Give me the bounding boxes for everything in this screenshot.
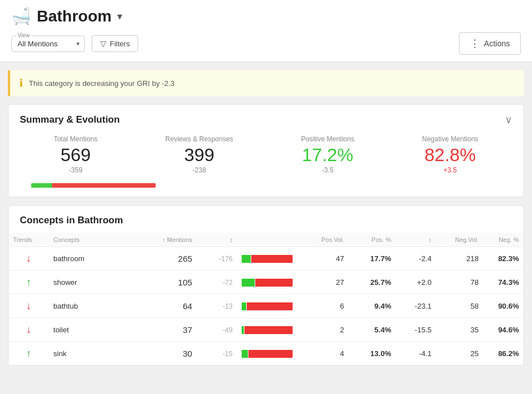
mini-bar-red (255, 279, 293, 287)
title-dropdown-arrow[interactable]: ▾ (117, 10, 122, 23)
mini-bar (242, 350, 293, 358)
mini-bar-green (242, 255, 251, 263)
cell-bar (237, 318, 308, 342)
cell-pos-pct: 25.7% (349, 271, 396, 295)
stat-delta-negative: +3.5 (444, 166, 457, 174)
cell-pos-vol: 27 (308, 271, 349, 295)
mini-bar-green (242, 326, 244, 334)
col-header-sort2[interactable]: ↕ (396, 233, 436, 247)
cell-pos-pct: 17.7% (349, 247, 396, 271)
cell-mentions: 30 (143, 342, 197, 366)
cell-pos-vol: 2 (308, 318, 349, 342)
mini-bar-green (242, 279, 255, 287)
cell-neg-pct: 86.2% (483, 342, 524, 366)
cell-trend: ↓ (8, 247, 49, 271)
cell-neg-pct: 82.3% (483, 247, 524, 271)
summary-collapse-icon[interactable]: ∨ (505, 114, 512, 126)
stat-value-reviews: 399 (184, 145, 214, 165)
page-title: Bathroom (37, 7, 111, 25)
cell-concept-name: bathtub (49, 295, 143, 318)
cell-concept-name: sink (49, 342, 143, 366)
cell-delta1: -15 (197, 342, 237, 366)
cell-concept-name: shower (49, 271, 143, 295)
trend-down-icon: ↓ (26, 324, 31, 335)
mini-bar-red (244, 326, 293, 334)
filter-button[interactable]: ▽ Filters (92, 35, 138, 52)
cell-pos-pct: 5.4% (349, 318, 396, 342)
cell-concept-name: bathroom (49, 247, 143, 271)
cell-mentions: 105 (143, 271, 197, 295)
mini-bar-red (248, 350, 292, 358)
cell-mentions: 265 (143, 247, 197, 271)
cell-delta2: -15.5 (396, 318, 436, 342)
mini-bar (242, 255, 293, 263)
stat-label-reviews: Reviews & Responses (165, 135, 233, 143)
cell-neg-pct: 94.6% (483, 318, 524, 342)
col-header-mentions[interactable]: ↑ Mentions (143, 233, 197, 247)
cell-pos-vol: 47 (308, 247, 349, 271)
mini-bar-green (242, 350, 248, 358)
view-chevron-icon: ▾ (76, 40, 80, 47)
cell-delta1: -176 (197, 247, 237, 271)
stat-label-total: Total Mentions (54, 135, 97, 143)
cell-mentions: 64 (143, 295, 197, 318)
table-row: ↑ sink 30 -15 4 13.0% -4.1 25 86.2% (8, 342, 524, 366)
concepts-table: Trends Concepts ↑ Mentions ↕ Pos.Vol. Po… (8, 233, 524, 365)
cell-neg-vol: 58 (436, 295, 483, 318)
view-select-text: All Mentions (18, 40, 58, 48)
stat-delta-positive: -3.5 (322, 166, 334, 174)
summary-progress-bar (31, 183, 156, 188)
cell-trend: ↑ (8, 271, 49, 295)
bathroom-icon: 🛁 (11, 7, 31, 25)
stat-label-negative: Negative Mentions (422, 135, 478, 143)
cell-delta1: -49 (197, 318, 237, 342)
alert-text: This category is decreasing your GRI by … (29, 79, 174, 88)
cell-bar (237, 295, 308, 318)
cell-neg-vol: 35 (436, 318, 483, 342)
cell-pos-vol: 6 (308, 295, 349, 318)
cell-bar (237, 247, 308, 271)
cell-delta1: -13 (197, 295, 237, 318)
stat-value-total: 569 (61, 145, 91, 165)
view-select[interactable]: View All Mentions ▾ (11, 36, 85, 52)
cell-neg-pct: 74.3% (483, 271, 524, 295)
col-header-bar (237, 233, 308, 247)
cell-trend: ↑ (8, 342, 49, 366)
cell-neg-vol: 25 (436, 342, 483, 366)
col-header-concepts: Concepts (49, 233, 143, 247)
stat-total-mentions: Total Mentions 569 -359 (54, 135, 97, 174)
filter-icon: ▽ (100, 39, 106, 48)
stat-delta-reviews: -238 (192, 166, 206, 174)
concepts-title: Concepts in Bathroom (8, 215, 524, 233)
actions-label: Actions (484, 39, 510, 48)
table-row: ↓ toilet 37 -49 2 5.4% -15.5 35 94.6% (8, 318, 524, 342)
col-header-pos-pct: Pos. % (349, 233, 396, 247)
mini-bar (242, 326, 293, 334)
trend-down-icon: ↓ (26, 300, 31, 311)
cell-neg-pct: 90.6% (483, 295, 524, 318)
trend-up-icon: ↑ (26, 348, 31, 359)
col-header-pos-vol: Pos.Vol. (308, 233, 349, 247)
mini-bar-red (247, 302, 293, 310)
actions-button[interactable]: ⋮ Actions (459, 32, 521, 55)
progress-green-segment (31, 183, 52, 188)
cell-bar (237, 342, 308, 366)
trend-up-icon: ↑ (26, 276, 31, 288)
mini-bar-green (242, 302, 246, 310)
col-header-neg-vol: Neg.Vol. (436, 233, 483, 247)
alert-icon: ℹ (19, 77, 23, 89)
title-row: 🛁 Bathroom ▾ (11, 7, 521, 25)
summary-card: Summary & Evolution ∨ Total Mentions 569… (8, 104, 524, 197)
stat-label-positive: Positive Mentions (301, 135, 354, 143)
summary-title: Summary & Evolution (20, 114, 120, 125)
stats-row: Total Mentions 569 -359 Reviews & Respon… (20, 135, 512, 174)
stat-reviews: Reviews & Responses 399 -238 (165, 135, 233, 174)
col-header-sort1[interactable]: ↕ (197, 233, 237, 247)
cell-bar (237, 271, 308, 295)
stat-value-positive: 17.2% (302, 145, 354, 165)
stat-negative: Negative Mentions 82.8% +3.5 (422, 135, 478, 174)
alert-banner: ℹ This category is decreasing your GRI b… (8, 70, 524, 96)
cell-concept-name: toilet (49, 318, 143, 342)
progress-red-segment (52, 183, 156, 188)
trend-down-icon: ↓ (26, 253, 31, 264)
